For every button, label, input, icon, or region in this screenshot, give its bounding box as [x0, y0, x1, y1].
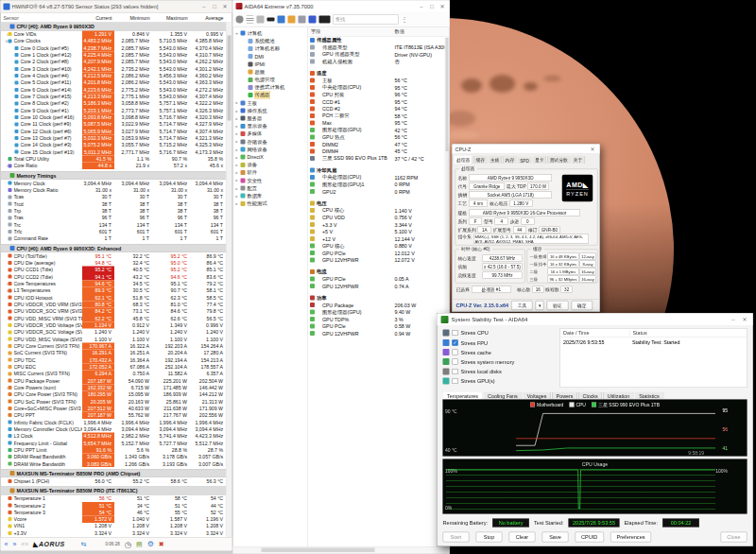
sidebar-item[interactable]: ▸操作系统 — [233, 107, 308, 114]
sensor-item[interactable]: GPU PCIe0.58 W — [308, 322, 450, 330]
sensor-row[interactable]: SoC Current (SVI3 TFN)16.291 A16.251 A20… — [1, 350, 227, 356]
bios-icon[interactable] — [319, 16, 331, 24]
sidebar-item[interactable]: 计算机名称 — [233, 44, 308, 52]
sensor-row[interactable]: Trc134 T134 T134 T134 T — [1, 221, 227, 228]
aida64-hscrollbar[interactable] — [233, 546, 450, 554]
sensor-row[interactable]: DRAM Read Bandwidth3.060 GB/s1.343 GB/s3… — [1, 454, 227, 460]
sensor-row[interactable]: CPU (Tctl/Tdie)95.1 °C32.2 °C95.2 °C86.9… — [1, 252, 227, 259]
sensor-row[interactable]: Infinity Fabric Clock (FCLK)1,996.4 MHz1… — [1, 419, 227, 425]
sidebar-item[interactable]: ▸显示设备 — [233, 122, 308, 130]
sensor-item[interactable]: Max95 °C — [308, 119, 450, 127]
sensor-item[interactable]: +12 V12.144 V — [308, 235, 450, 243]
sensor-section-header[interactable]: MAXSUN MS-Terminator B850M PRO (AMD Chip… — [1, 469, 227, 477]
ok-button[interactable]: 确定 — [571, 301, 593, 310]
sync-arrows-icon[interactable]: ⇆ — [81, 541, 87, 547]
cpuz-tab[interactable]: 关于 — [571, 156, 585, 164]
sensor-group-header[interactable]: 冷却风扇 — [308, 166, 450, 174]
sensor-row[interactable]: Tcas30 T30 T30 T30 T — [1, 194, 227, 200]
sensor-row[interactable]: DRAM Write Bandwidth3.083 GB/s1.266 GB/s… — [1, 460, 227, 467]
sidebar-item[interactable]: ▸DirectX — [233, 153, 308, 161]
cpuz-tab[interactable]: SPD — [518, 157, 532, 164]
quit-icon[interactable]: ✖ — [159, 541, 164, 547]
close-icon[interactable]: ✕ — [589, 146, 597, 152]
sensor-row[interactable]: Memory Controller Clock (UCLK)3,094.4 MH… — [1, 425, 227, 432]
sensor-row[interactable]: CPU TDC170.432 A16.364 A192.194 A154.213… — [1, 356, 227, 363]
processor-select[interactable]: 处理器 #1 — [472, 286, 511, 293]
stability-tab[interactable]: Voltages — [523, 392, 551, 400]
cpuz-tab[interactable]: 主板 — [488, 156, 502, 164]
sensor-item[interactable]: PCH 二极管58 °C — [308, 113, 450, 120]
sensor-row[interactable]: CPU Package Power207.187 W54.090 W225.20… — [1, 377, 227, 384]
sensor-row[interactable]: Temperature 251 °C34 °C51 °C44 °C — [1, 502, 227, 509]
sidebar-item[interactable]: ▸配置 — [233, 184, 308, 192]
maximize-icon[interactable]: □ — [428, 3, 437, 9]
user-icon[interactable] — [309, 16, 317, 24]
sensor-row[interactable]: CPU Core Current (SVI3 TFN)170.967 A16.3… — [1, 342, 227, 349]
sidebar-item[interactable]: ▸性能测试 — [233, 199, 308, 207]
sensor-group-header[interactable]: 功率 — [308, 294, 450, 302]
sensor-row[interactable]: +3.3V3.324 V3.324 V3.324 V3.324 V — [1, 529, 227, 536]
sidebar-item[interactable]: ▸数据库 — [233, 192, 308, 199]
minus-icon[interactable] — [267, 18, 275, 22]
sensor-row[interactable]: ›Core Powers (sum)162.332 W6.715 W171.48… — [1, 384, 227, 390]
sensor-item[interactable]: 三星 SSD 990 EVO Plus 1TB37 °C / 42 °C — [308, 155, 450, 163]
sidebar-item[interactable]: ▸主板 — [233, 99, 308, 107]
sensor-row[interactable]: Frequency Limit - Global5,654.7 MHz5,152… — [1, 440, 227, 446]
cpuz-tab[interactable]: 缓存 — [473, 156, 488, 164]
aida64-titlebar[interactable]: AIDA64 Extreme v7.35.7000 – □ ✕ — [233, 1, 450, 12]
sensor-item[interactable]: DIMM445 °C — [308, 147, 450, 155]
sensor-item[interactable]: CCD #195 °C — [308, 98, 450, 106]
stress-option[interactable]: Stress GPU(s) — [443, 376, 555, 386]
sensor-group-header[interactable]: 传感器属性 — [308, 37, 450, 44]
sidebar-item[interactable]: ▸网络设备 — [233, 146, 308, 153]
sensor-item[interactable]: 中央处理器(CPU)1162 RPM — [308, 174, 450, 182]
stability-tab[interactable]: Statistics — [635, 392, 664, 400]
sensor-row[interactable]: Total CPU Utility41.5 %1.1 %90.7 %35.8 % — [1, 155, 227, 162]
sensor-row[interactable]: Trcd38 T38 T38 T38 T — [1, 200, 227, 207]
sensor-row[interactable]: Command Rate1 T1 T1 T1 T — [1, 235, 227, 242]
sensor-row[interactable]: CPU VDDCR_SOC VRM (SVI3 TFN)84.2 °C73.1 … — [1, 308, 227, 315]
sensor-item[interactable]: 传感器类型ITE IT8613E (ISA A30h) — [308, 43, 450, 51]
sidebar-item[interactable]: ▾计算机 — [233, 29, 308, 37]
sensor-row[interactable]: CPU VDD_MISC VRM (SVI3 TFN)62.2 °C45.8 °… — [1, 315, 227, 321]
sensor-row[interactable]: Chipset 1 (PCH)56.0 °C55.2 °C58.6 °C56.3… — [1, 477, 227, 484]
stability-titlebar[interactable]: System Stability Test - AIDA64 – ✕ — [438, 314, 753, 326]
sensor-row[interactable]: Memory Clock3,094.4 MHz3,094.4 MHz3,094.… — [1, 180, 227, 186]
sensor-item[interactable]: +5 V5.100 V — [308, 228, 450, 235]
sensor-row[interactable]: Core 6 Clock (perf #14)4,223.6 MHz2,775.… — [1, 86, 227, 93]
sensor-item[interactable]: CPU 核心1.140 V — [308, 207, 450, 215]
sensor-row[interactable]: CPU SoC Power (SVI3 TFN)20.205 W20.163 W… — [1, 398, 227, 405]
sensor-row[interactable]: ›Core Ratio44.8 x21.9 x57.2 x45.6 x — [1, 163, 227, 169]
sensor-row[interactable]: MISC Current (SVI3 TFN)6.294 A0.750 A11.… — [1, 371, 227, 377]
graph-legend-item[interactable]: 三星 SSD 990 EVO Plus 1TB — [592, 402, 660, 408]
close-icon[interactable]: ✕ — [741, 316, 749, 322]
sensor-row[interactable]: CPU Die (average)94.8 °C32.4 °C95.0 °C86… — [1, 259, 227, 266]
sensor-item[interactable]: DIMM247 °C — [308, 141, 450, 148]
close-button[interactable]: Close — [721, 532, 747, 543]
minimize-icon[interactable]: – — [730, 316, 738, 322]
sensor-section-header[interactable]: CPU [#0]: AMD Ryzen 9 9950X3D — [1, 23, 227, 31]
sensor-section-header[interactable]: MAXSUN MS-Terminator B850M PRO (ITE IT86… — [1, 487, 227, 495]
sensor-row[interactable]: Core 0 Clock (perf #5)4,238.7 MHz2,085.7… — [1, 44, 227, 51]
prev-page-icon[interactable]: « — [5, 541, 9, 547]
graph-legend-item[interactable]: CPU — [569, 402, 586, 407]
sensor-row[interactable]: CPU CCD1 (Tdie)95.2 °C40.5 °C95.2 °C85.1… — [1, 267, 227, 273]
sensor-item[interactable]: CPU VDD0.756 V — [308, 214, 450, 221]
sensor-item[interactable]: GPU 热点56 °C — [308, 133, 450, 141]
sidebar-item[interactable]: ▸服务器 — [233, 114, 308, 122]
sensor-row[interactable]: CPU CCD2 (Tdie)94.1 °C43.2 °C94.6 °C83.6… — [1, 273, 227, 280]
sidebar-item[interactable]: ▸存储设备 — [233, 138, 308, 146]
clear-button[interactable]: Clear — [509, 532, 536, 543]
sensor-row[interactable]: CPU VDDCR_SOC Voltage (SVI3 TFN)1.240 V1… — [1, 329, 227, 336]
sensor-section-header[interactable]: CPU [#0]: AMD Ryzen 9 9950X3D: Enhanced — [1, 244, 227, 252]
sensor-row[interactable]: VIN11.208 V1.208 V1.208 V1.208 V — [1, 523, 227, 529]
sensor-row[interactable]: ∨Core Clocks4,483.2 MHz2,085.7 MHz5,710.… — [1, 38, 227, 44]
sidebar-item[interactable]: DMI — [233, 53, 308, 61]
graph-legend-item[interactable]: Motherboard — [530, 402, 563, 407]
sensor-item[interactable]: GPU 12VHPWR0.94 W — [308, 330, 450, 338]
search-input[interactable]: 查找 — [334, 15, 399, 25]
sensor-row[interactable]: CPU VDDCR_VDD VRM (SVI3 TFN)80.8 °C68.3 … — [1, 301, 227, 307]
save-button[interactable]: Save — [542, 532, 569, 543]
sidebar-item[interactable]: ▸安全性 — [233, 177, 308, 184]
sensor-item[interactable]: 图形处理器(GPU)42 °C — [308, 127, 450, 134]
